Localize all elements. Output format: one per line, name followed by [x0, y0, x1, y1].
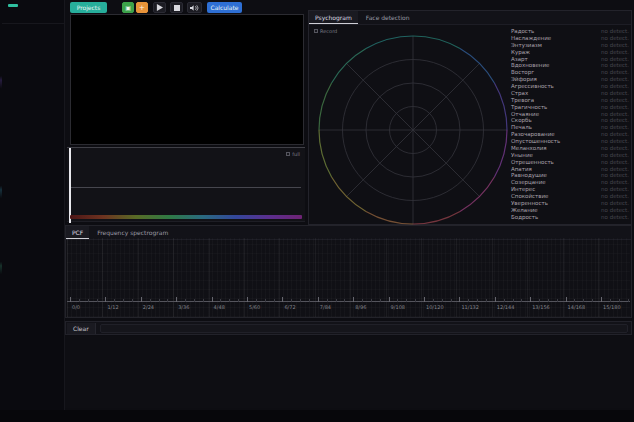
- emotion-value: no detect.: [601, 69, 629, 75]
- sidebar-accent-mark: [8, 4, 18, 7]
- tick-minor: [114, 299, 115, 302]
- full-checkbox[interactable]: full: [286, 151, 300, 157]
- emotion-row: Азартno detect.: [511, 56, 629, 62]
- emotion-value: no detect.: [601, 207, 629, 213]
- bottom-status-strip: [0, 410, 634, 422]
- play-icon: [156, 4, 163, 11]
- full-checkbox-label: full: [292, 151, 300, 157]
- tick-major: [495, 297, 496, 302]
- emotion-value: no detect.: [601, 117, 629, 123]
- emotion-value: no detect.: [601, 97, 629, 103]
- emotion-row: Опустошенностьno detect.: [511, 138, 629, 144]
- emotion-value: no detect.: [601, 56, 629, 62]
- emotion-value: no detect.: [601, 193, 629, 199]
- tick-minor: [220, 299, 221, 302]
- emotion-value: no detect.: [601, 131, 629, 137]
- add-button[interactable]: +: [136, 2, 148, 13]
- tick-label: 1/12: [107, 304, 118, 310]
- tick-label: 2/24: [143, 304, 154, 310]
- emotion-label: Эйфория: [511, 76, 537, 82]
- emotion-value: no detect.: [601, 124, 629, 130]
- emotion-label: Восторг: [511, 69, 534, 75]
- open-file-button[interactable]: ▣: [122, 2, 134, 13]
- tick-minor: [362, 299, 363, 302]
- emotion-row: Апатияno detect.: [511, 166, 629, 172]
- tick-label: 0/0: [72, 304, 80, 310]
- emotion-row: Отрешенностьno detect.: [511, 159, 629, 165]
- volume-button[interactable]: [187, 2, 202, 13]
- plus-icon: +: [139, 4, 145, 12]
- tick-major: [176, 297, 177, 302]
- psychogram-panel: Psychogram Face detection Record Радость…: [308, 10, 632, 225]
- tick-label: 15/180: [603, 304, 621, 310]
- emotion-label: Созерцание: [511, 179, 546, 185]
- tick-minor: [468, 299, 469, 302]
- emotion-label: Страх: [511, 90, 528, 96]
- emotion-label: Печаль: [511, 124, 532, 130]
- tick-minor: [371, 299, 372, 302]
- emotion-row: Уныниеno detect.: [511, 152, 629, 158]
- tab-face-detection[interactable]: Face detection: [360, 11, 416, 24]
- tick-label: 10/120: [426, 304, 444, 310]
- emotion-row: Отчаяниеno detect.: [511, 111, 629, 117]
- emotion-label: Спокойствие: [511, 193, 549, 199]
- emotion-row: Равнодушиеno detect.: [511, 172, 629, 178]
- tick-label: 4/48: [214, 304, 225, 310]
- tick-minor: [229, 299, 230, 302]
- waveform-color-strip: [70, 215, 302, 219]
- emotion-label: Желание: [511, 207, 538, 213]
- emotion-value: no detect.: [601, 152, 629, 158]
- playhead[interactable]: [69, 148, 71, 223]
- tick-minor: [504, 299, 505, 302]
- tick-label: 8/96: [355, 304, 366, 310]
- emotion-label: Апатия: [511, 166, 532, 172]
- emotion-value: no detect.: [601, 166, 629, 172]
- spectrogram-panel: PCF Frequency spectrogram 0/01/122/243/3…: [65, 225, 632, 318]
- tab-psychogram[interactable]: Psychogram: [309, 11, 358, 24]
- emotion-value: no detect.: [601, 28, 629, 34]
- emotion-label: Скорбь: [511, 117, 532, 123]
- emotion-value: no detect.: [601, 179, 629, 185]
- emotion-label: Уныние: [511, 152, 533, 158]
- tick-major: [601, 297, 602, 302]
- play-button[interactable]: [153, 2, 166, 13]
- emotion-row: Тревогаno detect.: [511, 97, 629, 103]
- stop-button[interactable]: [170, 2, 183, 13]
- tick-major: [105, 297, 106, 302]
- emotion-value: no detect.: [601, 76, 629, 82]
- radar-chart-svg: [315, 32, 511, 228]
- tick-minor: [88, 299, 89, 302]
- tick-minor: [539, 299, 540, 302]
- emotion-value: no detect.: [601, 104, 629, 110]
- tick-minor: [159, 299, 160, 302]
- emotion-value: no detect.: [601, 62, 629, 68]
- speaker-icon: [190, 4, 199, 12]
- tick-minor: [442, 299, 443, 302]
- emotion-row: Трагичностьno detect.: [511, 104, 629, 110]
- left-sidebar: [0, 0, 65, 422]
- tick-major: [566, 297, 567, 302]
- tick-minor: [79, 299, 80, 302]
- emotion-label: Тревога: [511, 97, 534, 103]
- tick-minor: [380, 299, 381, 302]
- sidebar-scroll-strip: [0, 0, 2, 422]
- tick-minor: [415, 299, 416, 302]
- emotion-label: Разочарование: [511, 131, 555, 137]
- emotion-label: Меланхолия: [511, 145, 547, 151]
- emotion-row: Агрессивностьno detect.: [511, 83, 629, 89]
- calculate-button[interactable]: Calculate: [207, 2, 242, 13]
- clear-button[interactable]: Clear: [67, 323, 96, 334]
- emotion-row: Интересno detect.: [511, 186, 629, 192]
- projects-button[interactable]: Projects: [70, 2, 107, 13]
- tick-label: 11/132: [461, 304, 479, 310]
- tick-minor: [327, 299, 328, 302]
- tick-minor: [203, 299, 204, 302]
- tick-minor: [300, 299, 301, 302]
- tick-major: [459, 297, 460, 302]
- emotion-row: Разочарованиеno detect.: [511, 131, 629, 137]
- tick-minor: [132, 299, 133, 302]
- emotion-list: Радостьno detect.Наслаждениеno detect.Эн…: [511, 28, 629, 220]
- tick-minor: [406, 299, 407, 302]
- log-strip: [100, 324, 628, 333]
- checkbox-icon: [286, 152, 290, 156]
